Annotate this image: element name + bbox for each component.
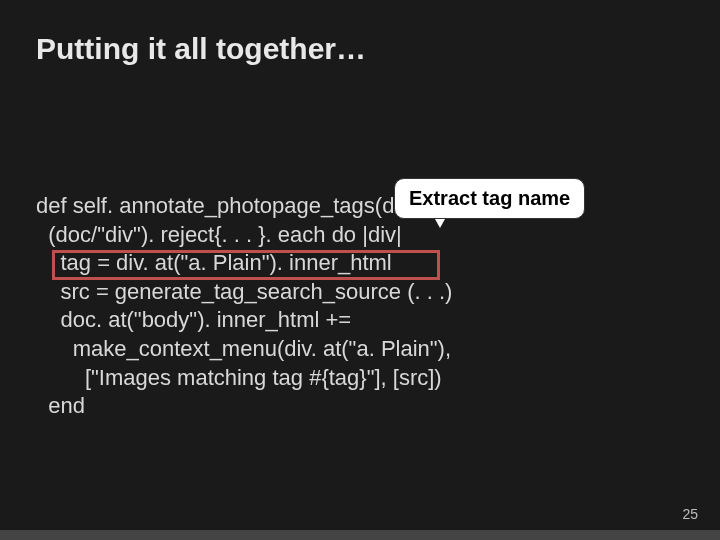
code-block: def self. annotate_photopage_tags(doc) (…: [36, 192, 452, 421]
bottom-accent-bar: [0, 530, 720, 540]
code-line: ["Images matching tag #{tag}"], [src]): [36, 365, 442, 390]
code-line: def self. annotate_photopage_tags(doc): [36, 193, 425, 218]
code-highlight-box: [52, 250, 440, 280]
slide-title: Putting it all together…: [36, 32, 692, 66]
code-line: doc. at("body"). inner_html +=: [36, 307, 351, 332]
code-line: src = generate_tag_search_source (. . .): [36, 279, 452, 304]
code-line: make_context_menu(div. at("a. Plain"),: [36, 336, 451, 361]
page-number: 25: [682, 506, 698, 522]
code-line: end: [36, 393, 85, 418]
callout-label: Extract tag name: [394, 178, 585, 219]
slide-container: Putting it all together… Extract tag nam…: [0, 0, 720, 540]
code-line: (doc/"div"). reject{. . . }. each do |di…: [36, 222, 402, 247]
